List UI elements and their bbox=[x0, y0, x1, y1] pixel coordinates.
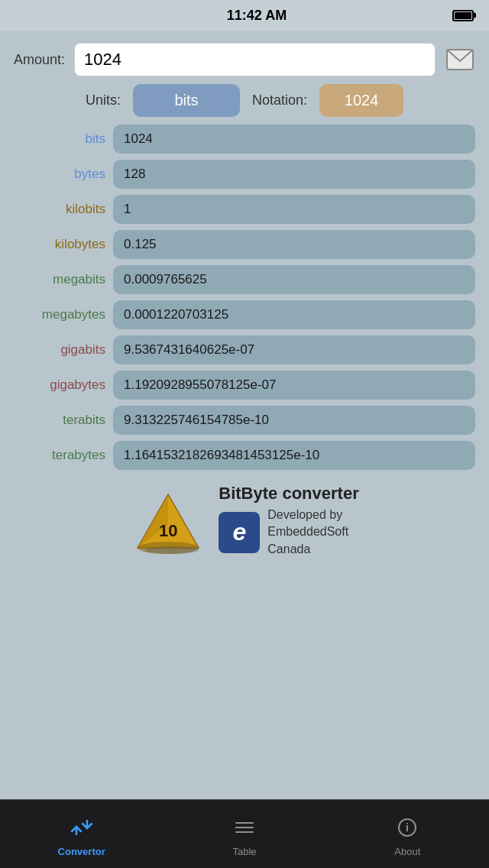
brand-title: BitByte converter bbox=[219, 484, 358, 504]
conv-value-bytes: 128 bbox=[113, 160, 475, 189]
conv-row: bits1024 bbox=[14, 125, 475, 154]
units-label: Units: bbox=[86, 92, 121, 108]
svg-text:10: 10 bbox=[159, 521, 177, 540]
tab-table[interactable]: Table bbox=[163, 800, 325, 868]
amount-row: Amount: bbox=[14, 43, 475, 76]
conv-value-bits: 1024 bbox=[113, 125, 475, 154]
conv-label-bits: bits bbox=[14, 131, 105, 147]
notation-label: Notation: bbox=[252, 92, 307, 108]
conv-value-terabits: 9.313225746154785e-10 bbox=[113, 406, 475, 435]
branding-section: 10 BitByte converter e Developed byEmbed… bbox=[14, 478, 475, 561]
notation-button[interactable]: 1024 bbox=[319, 84, 403, 117]
about-icon: i bbox=[396, 818, 419, 843]
conv-row: megabytes0.0001220703125 bbox=[14, 300, 475, 329]
brand-logo: e bbox=[219, 512, 260, 553]
table-icon bbox=[233, 818, 256, 843]
conv-value-megabytes: 0.0001220703125 bbox=[113, 300, 475, 329]
tab-convertor[interactable]: Convertor bbox=[0, 800, 163, 868]
status-bar: 11:42 AM bbox=[0, 0, 489, 31]
svg-point-4 bbox=[145, 546, 199, 554]
conv-value-kilobits: 1 bbox=[113, 195, 475, 224]
conv-row: terabytes1.1641532182693481453125e-10 bbox=[14, 441, 475, 470]
conversions-list: bits1024bytes128kilobits1kilobytes0.125m… bbox=[14, 125, 475, 470]
amount-input[interactable] bbox=[74, 43, 436, 76]
brand-sub: Developed byEmbeddedSoftCanada bbox=[267, 507, 348, 558]
conv-value-gigabits: 9.5367431640625e-07 bbox=[113, 335, 475, 364]
units-notation-row: Units: bits Notation: 1024 bbox=[14, 84, 475, 117]
conv-row: bytes128 bbox=[14, 160, 475, 189]
battery-icon bbox=[452, 10, 474, 21]
conv-label-megabits: megabits bbox=[14, 272, 105, 287]
conv-value-gigabytes: 1.1920928955078125e-07 bbox=[113, 371, 475, 400]
convertor-icon bbox=[70, 818, 93, 843]
brand-text: BitByte converter e Developed byEmbedded… bbox=[219, 484, 358, 558]
tab-about[interactable]: i About bbox=[326, 800, 489, 868]
conv-row: megabits0.0009765625 bbox=[14, 265, 475, 294]
conv-value-terabytes: 1.1641532182693481453125e-10 bbox=[113, 441, 475, 470]
conv-label-gigabits: gigabits bbox=[14, 342, 105, 358]
conv-value-megabits: 0.0009765625 bbox=[113, 265, 475, 294]
conv-label-kilobits: kilobits bbox=[14, 202, 105, 217]
tab-convertor-label: Convertor bbox=[58, 846, 105, 857]
tab-table-label: Table bbox=[232, 846, 256, 857]
amount-label: Amount: bbox=[14, 52, 65, 68]
svg-text:i: i bbox=[406, 821, 409, 834]
conv-label-bytes: bytes bbox=[14, 167, 105, 182]
conv-label-gigabytes: gigabytes bbox=[14, 377, 105, 393]
main-content: Amount: Units: bits Notation: 1024 bits1… bbox=[0, 31, 489, 799]
tab-bar: Convertor Table i About bbox=[0, 799, 489, 868]
tab-about-label: About bbox=[394, 846, 420, 857]
conv-row: kilobytes0.125 bbox=[14, 230, 475, 259]
conv-label-megabytes: megabytes bbox=[14, 307, 105, 322]
conv-row: gigabytes1.1920928955078125e-07 bbox=[14, 371, 475, 400]
brand-row: e Developed byEmbeddedSoftCanada bbox=[219, 507, 358, 558]
pyramid-logo: 10 bbox=[130, 487, 206, 555]
status-time: 11:42 AM bbox=[61, 8, 452, 24]
conv-label-kilobytes: kilobytes bbox=[14, 237, 105, 252]
conv-label-terabytes: terabytes bbox=[14, 448, 105, 463]
conv-row: gigabits9.5367431640625e-07 bbox=[14, 335, 475, 364]
email-button[interactable] bbox=[445, 47, 475, 72]
conv-row: terabits9.313225746154785e-10 bbox=[14, 406, 475, 435]
units-button[interactable]: bits bbox=[133, 84, 240, 117]
conv-value-kilobytes: 0.125 bbox=[113, 230, 475, 259]
conv-row: kilobits1 bbox=[14, 195, 475, 224]
conv-label-terabits: terabits bbox=[14, 413, 105, 428]
